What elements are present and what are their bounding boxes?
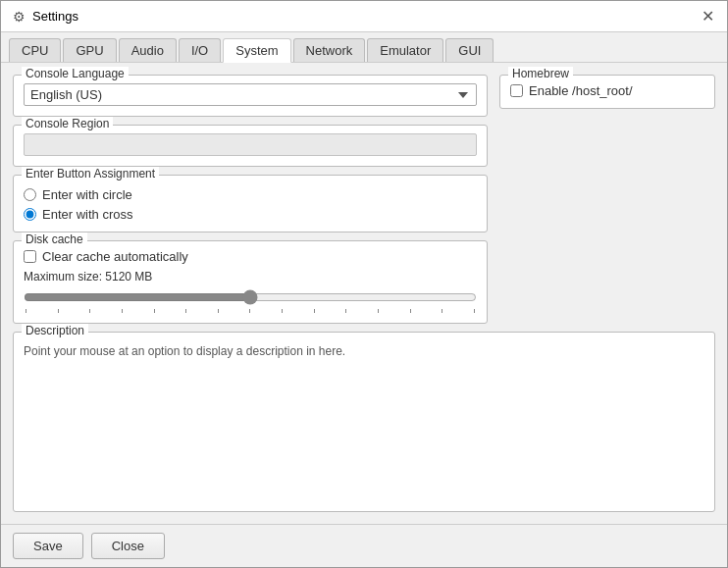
homebrew-legend: Homebrew — [508, 67, 573, 80]
clear-cache-label: Clear cache automatically — [42, 249, 188, 264]
tick-5 — [154, 309, 155, 313]
console-language-select[interactable]: English (US) Japanese French Spanish Ger… — [24, 83, 477, 106]
title-bar: ⚙ Settings ✕ — [1, 1, 727, 32]
tab-system[interactable]: System — [223, 38, 290, 63]
description-text: Point your mouse at an option to display… — [24, 344, 704, 358]
enable-homebrew-checkbox[interactable] — [510, 84, 523, 97]
left-panel: Console Language English (US) Japanese F… — [13, 75, 488, 324]
tick-7 — [218, 309, 219, 313]
clear-cache-checkbox[interactable] — [24, 250, 36, 263]
tick-15 — [474, 309, 475, 313]
footer: Save Close — [1, 524, 727, 567]
enter-cross-radio[interactable] — [24, 208, 36, 221]
enter-cross-label: Enter with cross — [42, 207, 132, 222]
enter-cross-option[interactable]: Enter with cross — [24, 207, 477, 222]
settings-window: ⚙ Settings ✕ CPU GPU Audio I/O System Ne… — [0, 0, 728, 568]
console-region-legend: Console Region — [22, 117, 113, 130]
enter-circle-radio[interactable] — [24, 188, 36, 201]
homebrew-group: Homebrew Enable /host_root/ — [499, 75, 715, 109]
console-language-legend: Console Language — [22, 67, 129, 80]
tick-12 — [378, 309, 379, 313]
tab-network[interactable]: Network — [293, 38, 366, 62]
tick-9 — [282, 309, 283, 313]
tick-8 — [249, 309, 250, 313]
tab-cpu[interactable]: CPU — [9, 38, 61, 62]
slider-ticks — [24, 307, 477, 313]
tab-io[interactable]: I/O — [179, 38, 221, 62]
window-close-button[interactable]: ✕ — [698, 7, 717, 26]
tick-11 — [345, 309, 346, 313]
description-legend: Description — [22, 324, 88, 337]
enable-homebrew-label: Enable /host_root/ — [529, 83, 633, 98]
clear-cache-option[interactable]: Clear cache automatically — [24, 249, 477, 264]
disk-cache-group: Disk cache Clear cache automatically Max… — [13, 240, 488, 324]
tick-10 — [314, 309, 315, 313]
enter-circle-option[interactable]: Enter with circle — [24, 187, 477, 202]
max-size-label: Maximum size: 5120 MB — [24, 270, 477, 284]
disk-cache-legend: Disk cache — [22, 232, 87, 246]
description-group: Description Point your mouse at an optio… — [13, 332, 715, 512]
tick-14 — [442, 309, 442, 313]
window-title: Settings — [32, 9, 78, 24]
main-row: Console Language English (US) Japanese F… — [13, 75, 715, 324]
tick-13 — [410, 309, 411, 313]
slider-container — [24, 287, 477, 313]
console-region-select[interactable] — [24, 133, 477, 156]
tick-6 — [185, 309, 186, 313]
enter-circle-label: Enter with circle — [42, 187, 132, 202]
enter-button-radio-group: Enter with circle Enter with cross — [24, 187, 477, 222]
tab-emulator[interactable]: Emulator — [367, 38, 443, 62]
title-bar-left: ⚙ Settings — [11, 9, 78, 25]
tab-audio[interactable]: Audio — [119, 38, 177, 62]
save-button[interactable]: Save — [13, 533, 83, 559]
console-region-group: Console Region — [13, 125, 488, 167]
close-button[interactable]: Close — [91, 533, 165, 559]
tab-gui[interactable]: GUI — [445, 38, 494, 62]
right-panel: Homebrew Enable /host_root/ — [499, 75, 715, 324]
console-language-group: Console Language English (US) Japanese F… — [13, 75, 488, 117]
settings-icon: ⚙ — [11, 9, 26, 25]
tick-1 — [26, 309, 26, 313]
enter-button-group: Enter Button Assignment Enter with circl… — [13, 175, 488, 232]
tab-gpu[interactable]: GPU — [63, 38, 116, 62]
enter-button-legend: Enter Button Assignment — [22, 167, 159, 181]
tab-content: Console Language English (US) Japanese F… — [1, 63, 727, 524]
enable-homebrew-option[interactable]: Enable /host_root/ — [510, 83, 704, 98]
tick-4 — [122, 309, 123, 313]
tick-2 — [58, 309, 59, 313]
disk-cache-slider[interactable] — [24, 287, 477, 307]
tab-bar: CPU GPU Audio I/O System Network Emulato… — [1, 32, 727, 63]
tick-3 — [89, 309, 90, 313]
